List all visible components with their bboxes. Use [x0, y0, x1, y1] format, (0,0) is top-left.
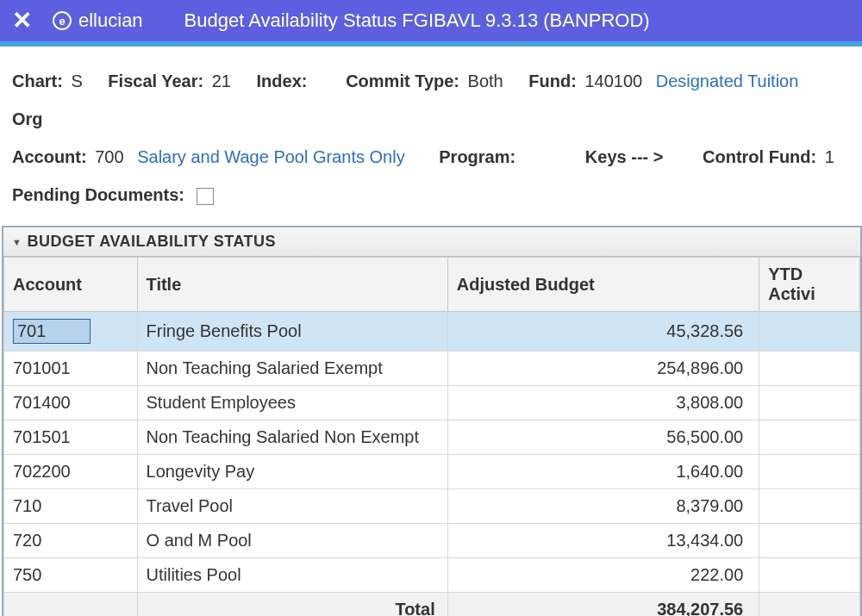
- control-fund-label: Control Fund:: [703, 147, 816, 166]
- cell-title[interactable]: O and M Pool: [137, 524, 447, 558]
- section-header[interactable]: ▼ BUDGET AVAILABILITY STATUS: [3, 227, 860, 257]
- cell-account[interactable]: 720: [4, 524, 138, 558]
- key-block: Chart: S Fiscal Year: 21 Index: Commit T…: [0, 47, 862, 226]
- table-header-row: Account Title Adjusted Budget YTD Activi: [4, 258, 860, 312]
- account-value: 700: [95, 147, 123, 166]
- cell-ytd[interactable]: [759, 558, 860, 593]
- brand-logo-icon: e: [53, 11, 72, 30]
- cell-account[interactable]: 701: [4, 312, 138, 352]
- budget-availability-section: ▼ BUDGET AVAILABILITY STATUS Account Tit…: [2, 226, 862, 616]
- cell-account[interactable]: 701400: [4, 386, 138, 420]
- pending-documents-label: Pending Documents:: [12, 185, 184, 204]
- table-row[interactable]: 701501 Non Teaching Salaried Non Exempt …: [4, 420, 860, 455]
- cell-adjusted[interactable]: 8,379.00: [447, 489, 759, 524]
- table-row[interactable]: 701400 Student Employees 3,808.00: [4, 386, 860, 420]
- cell-ytd[interactable]: [759, 489, 860, 524]
- cell-account[interactable]: 701001: [4, 352, 138, 386]
- chart-value: S: [71, 72, 82, 90]
- account-description-link[interactable]: Salary and Wage Pool Grants Only: [137, 147, 405, 166]
- cell-adjusted[interactable]: 45,328.56: [447, 312, 759, 352]
- fund-label: Fund:: [528, 72, 577, 90]
- cell-adjusted[interactable]: 56,500.00: [447, 420, 759, 455]
- cell-title[interactable]: Longevity Pay: [137, 455, 447, 489]
- fund-description-link[interactable]: Designated Tuition: [656, 72, 799, 90]
- table-row[interactable]: 701 Fringe Benefits Pool 45,328.56: [4, 312, 860, 352]
- cell-account[interactable]: 750: [4, 558, 138, 593]
- cell-adjusted[interactable]: 222.00: [447, 558, 759, 593]
- cell-adjusted[interactable]: 254,896.00: [447, 352, 759, 386]
- section-title: BUDGET AVAILABILITY STATUS: [27, 233, 276, 251]
- cell-title[interactable]: Non Teaching Salaried Non Exempt: [137, 420, 447, 455]
- col-account[interactable]: Account: [4, 258, 138, 312]
- index-label: Index:: [257, 72, 308, 90]
- total-ytd: [759, 593, 860, 617]
- app-header: ✕ e ellucian Budget Availability Status …: [0, 0, 862, 41]
- cell-title[interactable]: Non Teaching Salaried Exempt: [137, 352, 447, 386]
- commit-type-value: Both: [468, 72, 503, 90]
- cell-adjusted[interactable]: 1,640.00: [447, 455, 759, 489]
- cell-ytd[interactable]: [759, 420, 860, 455]
- cell-ytd[interactable]: [759, 524, 860, 558]
- cell-account[interactable]: 710: [4, 489, 138, 524]
- cell-title[interactable]: Student Employees: [137, 386, 447, 420]
- cell-adjusted[interactable]: 13,434.00: [447, 524, 759, 558]
- total-adjusted: 384,207.56: [447, 593, 759, 617]
- chart-label: Chart:: [12, 72, 63, 90]
- close-icon[interactable]: ✕: [12, 9, 32, 33]
- program-label: Program:: [439, 147, 515, 166]
- fiscal-year-value: 21: [212, 72, 231, 90]
- page-title: Budget Availability Status FGIBAVL 9.3.1…: [184, 9, 650, 32]
- fund-value: 140100: [584, 72, 642, 90]
- table-row[interactable]: 710 Travel Pool 8,379.00: [4, 489, 860, 524]
- cell-adjusted[interactable]: 3,808.00: [447, 386, 759, 420]
- table-row[interactable]: 702200 Longevity Pay 1,640.00: [4, 455, 860, 489]
- keys-arrow-label: Keys --- >: [585, 147, 664, 166]
- control-fund-value: 1: [825, 147, 834, 166]
- commit-type-label: Commit Type:: [346, 72, 459, 90]
- cell-title[interactable]: Utilities Pool: [137, 558, 447, 593]
- total-empty: [4, 593, 138, 617]
- col-ytd-activity[interactable]: YTD Activi: [759, 258, 860, 312]
- brand: e ellucian: [53, 9, 143, 32]
- budget-table: Account Title Adjusted Budget YTD Activi…: [3, 257, 860, 616]
- collapse-icon[interactable]: ▼: [12, 237, 22, 247]
- brand-name: ellucian: [78, 9, 143, 32]
- cell-ytd[interactable]: [759, 386, 860, 420]
- table-total-row: Total 384,207.56: [4, 593, 860, 617]
- fiscal-year-label: Fiscal Year:: [108, 72, 203, 90]
- col-title[interactable]: Title: [137, 258, 447, 312]
- cell-ytd[interactable]: [759, 312, 860, 352]
- cell-ytd[interactable]: [759, 352, 860, 386]
- table-row[interactable]: 720 O and M Pool 13,434.00: [4, 524, 860, 558]
- cell-ytd[interactable]: [759, 455, 860, 489]
- cell-account[interactable]: 702200: [4, 455, 138, 489]
- pending-documents-checkbox[interactable]: [197, 188, 214, 205]
- cell-account[interactable]: 701501: [4, 420, 138, 455]
- account-label: Account:: [12, 147, 87, 166]
- table-row[interactable]: 701001 Non Teaching Salaried Exempt 254,…: [4, 352, 860, 386]
- cell-title[interactable]: Travel Pool: [137, 489, 447, 524]
- orgn-label-cut: Org: [12, 109, 43, 128]
- cell-title[interactable]: Fringe Benefits Pool: [137, 312, 447, 352]
- col-adjusted-budget[interactable]: Adjusted Budget: [447, 258, 759, 312]
- table-row[interactable]: 750 Utilities Pool 222.00: [4, 558, 860, 593]
- total-label: Total: [137, 593, 447, 617]
